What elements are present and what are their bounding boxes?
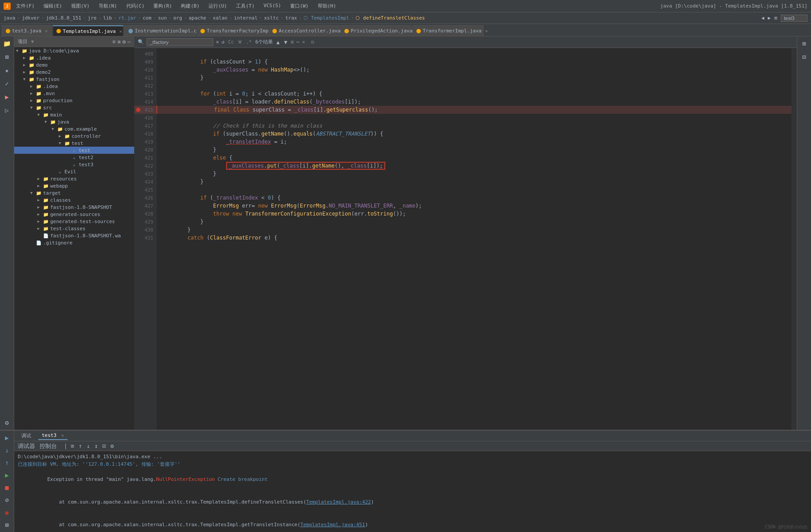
mute-breakpoints-icon[interactable]: ⊘ [2, 495, 12, 505]
tab-transformerfactory[interactable]: TransformerFactoryImpl.java ✕ [196, 25, 268, 36]
scope-icon[interactable]: ⊙ [112, 39, 116, 45]
next-result-icon[interactable]: ▼ [283, 39, 288, 45]
menu-run[interactable]: 运行(U) [207, 2, 229, 10]
prev-result-icon[interactable]: ▲ [276, 39, 280, 45]
tree-fastjson[interactable]: ▼ 📁 fastjson [14, 76, 134, 83]
breadcrumb-rtjar[interactable]: rt.jar [119, 15, 136, 21]
tree-generated-sources[interactable]: ▶ 📁 generated-sources [14, 211, 134, 218]
menu-view[interactable]: 视图(V) [69, 2, 92, 10]
breadcrumb-templatesimpl[interactable]: ⬡ TemplatesImpl [304, 15, 349, 21]
breadcrumb-sun[interactable]: sun [158, 15, 167, 21]
toolbar-sort-icon[interactable]: ↕ [94, 443, 99, 449]
tree-root[interactable]: ▼ 📁 java D:\code\java [14, 47, 134, 54]
tree-production[interactable]: ▶ 📁 production [14, 97, 134, 104]
tree-main[interactable]: ▼ 📁 main [14, 111, 134, 118]
debug-tab[interactable]: 调试 [18, 432, 35, 440]
menu-help[interactable]: 帮助(H) [316, 2, 338, 10]
breadcrumb-jdk[interactable]: jdk1.8.0_151 [46, 15, 81, 21]
tree-classes[interactable]: ▶ 📁 classes [14, 196, 134, 204]
run-config-input[interactable] [781, 15, 807, 22]
recent-files-icon[interactable]: ⊞ [774, 15, 777, 21]
breadcrumb-trax[interactable]: trax [285, 15, 297, 21]
menu-navigate[interactable]: 导航(N) [97, 2, 119, 10]
regex-btn[interactable]: .* [246, 39, 252, 45]
nav-forward-icon[interactable]: ▶ [768, 15, 771, 21]
hierarchy-icon[interactable]: ⊟ [799, 52, 810, 62]
step-out-icon[interactable]: ↑ [2, 457, 12, 468]
step-into-icon[interactable]: ↓ [2, 445, 12, 456]
settings-icon[interactable]: ≡ [117, 39, 120, 45]
gear-icon[interactable]: ⚙ [123, 39, 126, 45]
breakpoint-415[interactable] [136, 108, 140, 112]
menu-edit[interactable]: 编辑(E) [42, 2, 64, 10]
menu-vcs[interactable]: VCS(S) [262, 2, 283, 10]
toolbar-filter-icon[interactable]: ⊡ [102, 443, 107, 449]
tab-accesscontroller[interactable]: AccessController.java ✕ [268, 25, 340, 36]
breadcrumb-java[interactable]: java [4, 15, 16, 21]
breadcrumb-lib[interactable]: lib [103, 15, 112, 21]
tab-instrumentationimpl[interactable]: InstrumentationImpl.class ✕ [124, 25, 196, 36]
tree-demo2[interactable]: ▶ 📁 demo2 [14, 68, 134, 76]
menu-code[interactable]: 代码(C) [124, 2, 147, 10]
breadcrumb-xalan[interactable]: xalan [213, 15, 228, 21]
tree-test3-java[interactable]: ☕ test3 [14, 161, 134, 168]
match-case-btn[interactable]: Cc [228, 39, 234, 45]
tree-fastjson-snapshot[interactable]: ▶ 📁 fastjson-1.0-SNAPSHOT [14, 204, 134, 211]
tab-test3[interactable]: test3.java ✕ [2, 25, 52, 36]
structure-icon[interactable]: ⊞ [2, 52, 12, 62]
debug-icon[interactable]: ▶ [2, 92, 12, 102]
collapse-icon[interactable]: — [128, 39, 131, 45]
debugger-subtab[interactable]: 调试器 [17, 442, 36, 450]
tree-snapshot-wa[interactable]: 📄 fastjson-1.0-SNAPSHOT.wa [14, 232, 134, 239]
breadcrumb-xsltc[interactable]: xsltc [264, 15, 279, 21]
tree-com-example[interactable]: ▼ 📁 com.example [14, 125, 134, 132]
tree-demo[interactable]: ▶ 📁 demo [14, 61, 134, 68]
structure-right-icon[interactable]: ⊞ [799, 38, 810, 49]
tree-evil-java[interactable]: ☕ Evil [14, 168, 134, 175]
tree-generated-test-sources[interactable]: ▶ 📁 generated-test-sources [14, 218, 134, 225]
tree-test-java[interactable]: ☕ test [14, 147, 134, 154]
tree-resources[interactable]: ▶ 📁 resources [14, 175, 134, 182]
project-icon[interactable]: 📁 [2, 38, 12, 49]
stack-link-1[interactable]: TemplatesImpl.java:422 [306, 499, 371, 505]
breadcrumb-org[interactable]: org [173, 15, 182, 21]
tree-webapp[interactable]: ▶ 📁 webapp [14, 182, 134, 189]
tree-mvn[interactable]: ▶ 📁 .mvn [14, 90, 134, 97]
tree-src[interactable]: ▼ 📁 src [14, 104, 134, 111]
menu-file[interactable]: 文件(F) [14, 2, 36, 10]
sidebar-dropdown[interactable]: ▼ [31, 39, 34, 44]
toolbar-list-icon[interactable]: ≡ [70, 443, 75, 449]
test3-tab-close[interactable]: ✕ [61, 433, 64, 438]
view-breakpoints-icon[interactable]: ◉ [2, 507, 12, 518]
step-over-icon[interactable]: ▶ [2, 432, 12, 443]
toolbar-settings-icon[interactable]: ⚙ [109, 443, 115, 449]
code-content[interactable]: if (classCount > 1) { _auxClasses = new … [156, 48, 791, 430]
refresh-search-icon[interactable]: ↺ [222, 39, 225, 45]
resume-icon[interactable]: ▶ [2, 470, 12, 480]
close-find-icon[interactable]: ✕ [302, 39, 305, 45]
tab-templatesimpl[interactable]: TemplatesImpl.java ✕ [52, 25, 124, 36]
run-icon[interactable]: ▷ [2, 105, 12, 116]
filter-icon[interactable]: ⊡ [311, 39, 314, 45]
nav-back-icon[interactable]: ◀ [761, 15, 764, 21]
tab-close-templates[interactable]: ✕ [119, 29, 122, 34]
breadcrumb-jdkver[interactable]: jdkver [22, 15, 40, 21]
tree-fastjson-idea[interactable]: ▶ 📁 .idea [14, 83, 134, 90]
tree-java-src[interactable]: ▼ 📁 java [14, 118, 134, 125]
menu-build[interactable]: 构建(B) [179, 2, 201, 10]
tab-close-transformerimpl[interactable]: ✕ [485, 28, 488, 33]
tree-controller[interactable]: ▶ 📁 controller [14, 132, 134, 140]
breadcrumb-apache[interactable]: apache [188, 15, 206, 21]
breadcrumb-jre[interactable]: jre [88, 15, 97, 21]
todo-icon[interactable]: ✓ [2, 78, 12, 89]
console-subtab[interactable]: 控制台 [39, 442, 58, 450]
breadcrumb-com[interactable]: com [143, 15, 152, 21]
evaluate-icon[interactable]: ⊞ [2, 520, 12, 530]
find-options-icon[interactable]: ⊞ [291, 39, 294, 45]
stop-icon[interactable]: ■ [2, 482, 12, 493]
clear-search-icon[interactable]: ✕ [216, 39, 219, 45]
create-breakpoint-link[interactable]: Create breakpoint [218, 476, 268, 482]
menu-refactor[interactable]: 重构(R) [152, 2, 174, 10]
find-input[interactable] [147, 38, 213, 46]
menu-window[interactable]: 窗口(W) [288, 2, 311, 10]
